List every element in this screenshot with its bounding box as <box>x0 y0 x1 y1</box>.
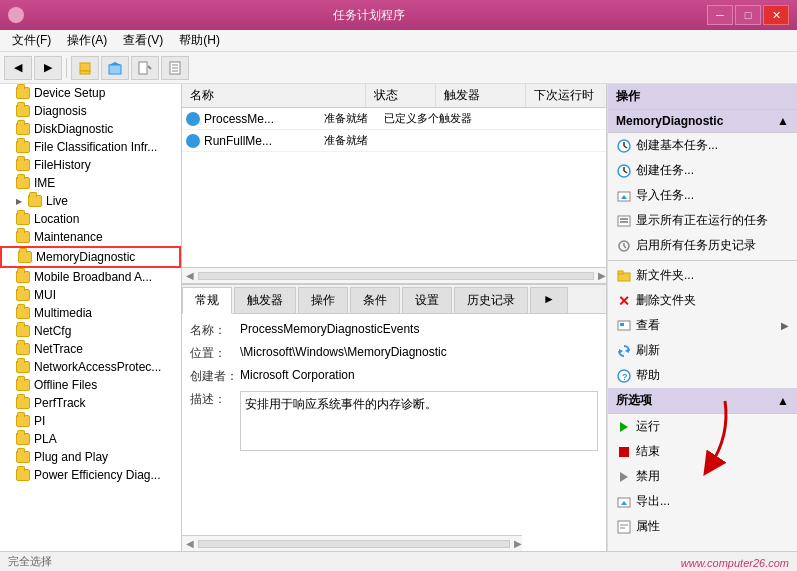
sidebar-item-pla[interactable]: PLA <box>0 430 181 448</box>
folder-icon <box>16 379 30 391</box>
toolbar-btn4[interactable] <box>161 56 189 80</box>
action-help[interactable]: ? 帮助 <box>608 363 797 388</box>
sidebar-item-mobilebroadband[interactable]: Mobile Broadband A... <box>0 268 181 286</box>
action-create-task[interactable]: 创建任务... <box>608 158 797 183</box>
sidebar-item-netcfg[interactable]: NetCfg <box>0 322 181 340</box>
action-new-folder[interactable]: 新文件夹... <box>608 263 797 288</box>
sidebar: Device Setup Diagnosis DiskDiagnostic Fi… <box>0 84 182 551</box>
action-end[interactable]: 结束 <box>608 439 797 464</box>
toolbar-separator <box>66 58 67 78</box>
minimize-button[interactable]: ─ <box>707 5 733 25</box>
author-value: Microsoft Corporation <box>240 368 598 382</box>
svg-marker-29 <box>619 349 623 354</box>
svg-rect-2 <box>109 65 121 74</box>
sidebar-item-powerefficiency[interactable]: Power Efficiency Diag... <box>0 466 181 484</box>
close-button[interactable]: ✕ <box>763 5 789 25</box>
memory-diag-header: MemoryDiagnostic ▲ <box>608 110 797 133</box>
tab-more[interactable]: ► <box>530 287 568 313</box>
forward-button[interactable]: ▶ <box>34 56 62 80</box>
action-import[interactable]: 导入任务... <box>608 183 797 208</box>
sidebar-item-filehistory[interactable]: FileHistory <box>0 156 181 174</box>
action-enable-history[interactable]: 启用所有任务历史记录 <box>608 233 797 258</box>
sidebar-item-offlinefiles[interactable]: Offline Files <box>0 376 181 394</box>
back-button[interactable]: ◀ <box>4 56 32 80</box>
task-list-section: 名称 状态 触发器 下次运行时 ProcessMe... 准备就绪 已定义多个触… <box>182 84 606 284</box>
header-name[interactable]: 名称 <box>182 84 366 107</box>
tab-history[interactable]: 历史记录 <box>454 287 528 313</box>
folder-icon <box>16 289 30 301</box>
center-hscroll[interactable]: ◀ ▶ <box>182 535 522 551</box>
export-icon <box>616 494 632 510</box>
task-list-hscroll[interactable]: ◀ ▶ <box>182 267 606 283</box>
folder-icon <box>18 251 32 263</box>
toolbar-btn3[interactable] <box>131 56 159 80</box>
folder-icon <box>16 433 30 445</box>
tab-triggers[interactable]: 触发器 <box>234 287 296 313</box>
selected-header: 所选项 ▲ <box>608 388 797 414</box>
task-icon <box>186 112 200 126</box>
up-button[interactable] <box>71 56 99 80</box>
sidebar-item-diskdiag[interactable]: DiskDiagnostic <box>0 120 181 138</box>
menu-help[interactable]: 帮助(H) <box>171 30 228 51</box>
task-row[interactable]: RunFullMe... 准备就绪 <box>182 130 606 152</box>
tab-conditions[interactable]: 条件 <box>350 287 400 313</box>
header-trigger[interactable]: 触发器 <box>436 84 526 107</box>
sidebar-item-pi[interactable]: PI <box>0 412 181 430</box>
sidebar-item-location[interactable]: Location <box>0 210 181 228</box>
folder-icon <box>16 213 30 225</box>
folder-icon <box>16 231 30 243</box>
folder-icon <box>16 343 30 355</box>
detail-name-row: 名称： ProcessMemoryDiagnosticEvents <box>190 322 598 339</box>
svg-marker-32 <box>620 422 628 432</box>
menubar: 文件(F) 操作(A) 查看(V) 帮助(H) <box>0 30 797 52</box>
folder-icon <box>16 415 30 427</box>
tab-actions[interactable]: 操作 <box>298 287 348 313</box>
svg-marker-28 <box>625 348 629 353</box>
sidebar-item-memorydiag[interactable]: MemoryDiagnostic <box>0 246 181 268</box>
maximize-button[interactable]: □ <box>735 5 761 25</box>
action-disable[interactable]: 禁用 <box>608 464 797 489</box>
collapse-arrow[interactable]: ▲ <box>777 114 789 128</box>
selected-collapse-arrow[interactable]: ▲ <box>777 394 789 408</box>
action-refresh[interactable]: 刷新 <box>608 338 797 363</box>
sidebar-item-maintenance[interactable]: Maintenance <box>0 228 181 246</box>
sidebar-item-device-setup[interactable]: Device Setup <box>0 84 181 102</box>
header-status[interactable]: 状态 <box>366 84 436 107</box>
toolbar-btn2[interactable] <box>101 56 129 80</box>
watermark: www.computer26.com <box>681 557 789 569</box>
folder-icon <box>16 159 30 171</box>
action-export[interactable]: 导出... <box>608 489 797 514</box>
tab-general[interactable]: 常规 <box>182 287 232 314</box>
sidebar-item-mui[interactable]: MUI <box>0 286 181 304</box>
desc-textarea[interactable] <box>240 391 598 451</box>
sidebar-item-live[interactable]: ▶ Live <box>0 192 181 210</box>
window-controls: ─ □ ✕ <box>707 5 789 25</box>
action-show-running[interactable]: 显示所有正在运行的任务 <box>608 208 797 233</box>
sidebar-item-fileclassification[interactable]: File Classification Infr... <box>0 138 181 156</box>
action-run[interactable]: 运行 <box>608 414 797 439</box>
sidebar-item-ime[interactable]: IME <box>0 174 181 192</box>
action-delete-folder[interactable]: ✕ 删除文件夹 <box>608 288 797 313</box>
task-list: ProcessMe... 准备就绪 已定义多个触发器 RunFullMe... … <box>182 108 606 267</box>
sidebar-item-diagnosis[interactable]: Diagnosis <box>0 102 181 120</box>
import-icon <box>616 188 632 204</box>
menu-action[interactable]: 操作(A) <box>59 30 115 51</box>
tab-settings[interactable]: 设置 <box>402 287 452 313</box>
task-row[interactable]: ProcessMe... 准备就绪 已定义多个触发器 <box>182 108 606 130</box>
sidebar-item-multimedia[interactable]: Multimedia <box>0 304 181 322</box>
action-create-basic[interactable]: 创建基本任务... <box>608 133 797 158</box>
sidebar-item-nettrace[interactable]: NetTrace <box>0 340 181 358</box>
toolbar: ◀ ▶ <box>0 52 797 84</box>
menu-view[interactable]: 查看(V) <box>115 30 171 51</box>
menu-file[interactable]: 文件(F) <box>4 30 59 51</box>
sidebar-item-perftrack[interactable]: PerfTrack <box>0 394 181 412</box>
sidebar-item-networkaccess[interactable]: NetworkAccessProtec... <box>0 358 181 376</box>
action-properties[interactable]: 属性 <box>608 514 797 539</box>
sidebar-item-plugandplay[interactable]: Plug and Play <box>0 448 181 466</box>
disable-icon <box>616 469 632 485</box>
action-view[interactable]: 查看 ▶ <box>608 313 797 338</box>
header-next-run[interactable]: 下次运行时 <box>526 84 606 107</box>
svg-line-23 <box>624 246 626 248</box>
detail-location-row: 位置： \Microsoft\Windows\MemoryDiagnostic <box>190 345 598 362</box>
svg-text:?: ? <box>622 372 628 382</box>
